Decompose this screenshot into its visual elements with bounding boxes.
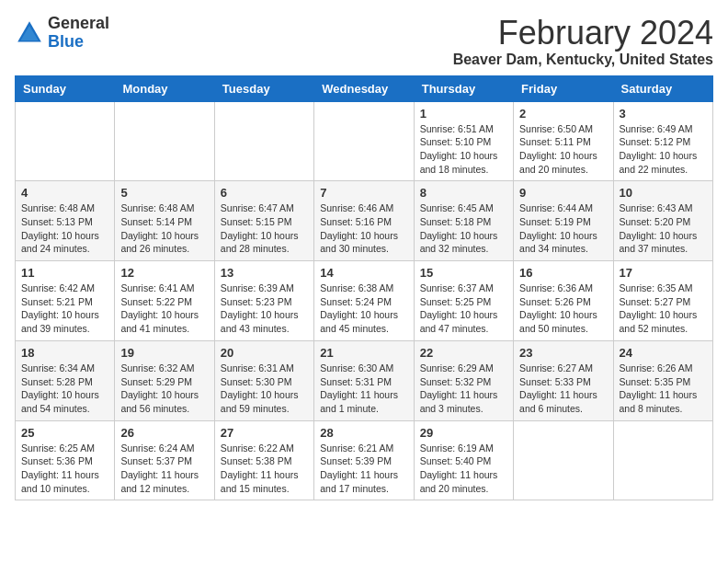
day-info: Sunrise: 6:42 AM Sunset: 5:21 PM Dayligh… <box>21 282 108 336</box>
day-info: Sunrise: 6:25 AM Sunset: 5:36 PM Dayligh… <box>21 442 108 496</box>
day-info: Sunrise: 6:51 AM Sunset: 5:10 PM Dayligh… <box>420 122 507 177</box>
day-number: 27 <box>221 426 308 440</box>
calendar-cell: 26Sunrise: 6:24 AM Sunset: 5:37 PM Dayli… <box>115 420 214 500</box>
calendar-cell <box>613 420 712 500</box>
logo-icon <box>15 18 44 48</box>
day-number: 16 <box>519 266 607 280</box>
calendar-cell <box>16 101 115 181</box>
day-number: 14 <box>320 266 407 280</box>
day-number: 21 <box>320 346 407 360</box>
calendar-cell: 29Sunrise: 6:19 AM Sunset: 5:40 PM Dayli… <box>414 420 513 500</box>
day-number: 5 <box>120 186 208 200</box>
day-info: Sunrise: 6:41 AM Sunset: 5:22 PM Dayligh… <box>120 282 208 336</box>
day-info: Sunrise: 6:24 AM Sunset: 5:37 PM Dayligh… <box>120 442 208 496</box>
day-info: Sunrise: 6:34 AM Sunset: 5:28 PM Dayligh… <box>21 362 108 416</box>
calendar-cell <box>214 101 313 181</box>
weekday-header-monday: Monday <box>115 75 214 101</box>
weekday-header-friday: Friday <box>514 75 613 101</box>
day-number: 13 <box>221 266 308 280</box>
day-info: Sunrise: 6:49 AM Sunset: 5:12 PM Dayligh… <box>620 122 707 177</box>
day-number: 23 <box>519 346 607 360</box>
day-number: 17 <box>620 266 707 280</box>
day-info: Sunrise: 6:19 AM Sunset: 5:40 PM Dayligh… <box>420 442 507 496</box>
day-number: 19 <box>120 346 208 360</box>
weekday-header-wednesday: Wednesday <box>314 75 414 101</box>
day-number: 9 <box>519 186 607 200</box>
day-info: Sunrise: 6:27 AM Sunset: 5:33 PM Dayligh… <box>519 362 607 416</box>
calendar-cell: 11Sunrise: 6:42 AM Sunset: 5:21 PM Dayli… <box>16 261 115 341</box>
day-number: 12 <box>120 266 208 280</box>
weekday-header-tuesday: Tuesday <box>214 75 313 101</box>
calendar-cell: 15Sunrise: 6:37 AM Sunset: 5:25 PM Dayli… <box>414 261 513 341</box>
calendar-week-row: 4Sunrise: 6:48 AM Sunset: 5:13 PM Daylig… <box>16 181 713 261</box>
calendar-cell: 4Sunrise: 6:48 AM Sunset: 5:13 PM Daylig… <box>16 181 115 261</box>
calendar-cell: 3Sunrise: 6:49 AM Sunset: 5:12 PM Daylig… <box>613 101 712 181</box>
day-number: 18 <box>21 346 108 360</box>
calendar-cell: 27Sunrise: 6:22 AM Sunset: 5:38 PM Dayli… <box>214 420 313 500</box>
day-info: Sunrise: 6:45 AM Sunset: 5:18 PM Dayligh… <box>420 201 507 256</box>
day-number: 3 <box>620 107 707 121</box>
calendar-cell: 7Sunrise: 6:46 AM Sunset: 5:16 PM Daylig… <box>314 181 414 261</box>
day-number: 24 <box>620 346 707 360</box>
calendar-cell: 20Sunrise: 6:31 AM Sunset: 5:30 PM Dayli… <box>214 340 313 420</box>
calendar-cell: 9Sunrise: 6:44 AM Sunset: 5:19 PM Daylig… <box>514 181 613 261</box>
day-number: 20 <box>221 346 308 360</box>
calendar-cell: 2Sunrise: 6:50 AM Sunset: 5:11 PM Daylig… <box>514 101 613 181</box>
day-info: Sunrise: 6:26 AM Sunset: 5:35 PM Dayligh… <box>620 362 707 416</box>
day-info: Sunrise: 6:46 AM Sunset: 5:16 PM Dayligh… <box>320 201 407 256</box>
day-info: Sunrise: 6:39 AM Sunset: 5:23 PM Dayligh… <box>221 282 308 336</box>
calendar-week-row: 18Sunrise: 6:34 AM Sunset: 5:28 PM Dayli… <box>16 340 713 420</box>
weekday-header-saturday: Saturday <box>613 75 712 101</box>
header: General Blue February 2024 Beaver Dam, K… <box>15 15 713 68</box>
day-number: 11 <box>21 266 108 280</box>
calendar-cell: 5Sunrise: 6:48 AM Sunset: 5:14 PM Daylig… <box>115 181 214 261</box>
calendar-cell <box>115 101 214 181</box>
calendar-cell: 6Sunrise: 6:47 AM Sunset: 5:15 PM Daylig… <box>214 181 313 261</box>
day-info: Sunrise: 6:47 AM Sunset: 5:15 PM Dayligh… <box>221 201 308 256</box>
calendar-cell: 8Sunrise: 6:45 AM Sunset: 5:18 PM Daylig… <box>414 181 513 261</box>
day-info: Sunrise: 6:22 AM Sunset: 5:38 PM Dayligh… <box>221 442 308 496</box>
calendar-cell <box>514 420 613 500</box>
calendar-cell: 23Sunrise: 6:27 AM Sunset: 5:33 PM Dayli… <box>514 340 613 420</box>
day-info: Sunrise: 6:30 AM Sunset: 5:31 PM Dayligh… <box>320 362 407 416</box>
calendar-cell: 25Sunrise: 6:25 AM Sunset: 5:36 PM Dayli… <box>16 420 115 500</box>
calendar-cell: 17Sunrise: 6:35 AM Sunset: 5:27 PM Dayli… <box>613 261 712 341</box>
day-number: 8 <box>420 186 507 200</box>
day-info: Sunrise: 6:48 AM Sunset: 5:14 PM Dayligh… <box>120 201 208 256</box>
weekday-header-row: SundayMondayTuesdayWednesdayThursdayFrid… <box>16 75 713 101</box>
day-info: Sunrise: 6:36 AM Sunset: 5:26 PM Dayligh… <box>519 282 607 336</box>
day-info: Sunrise: 6:44 AM Sunset: 5:19 PM Dayligh… <box>519 201 607 256</box>
calendar-cell: 14Sunrise: 6:38 AM Sunset: 5:24 PM Dayli… <box>314 261 414 341</box>
logo: General Blue <box>15 15 109 52</box>
day-number: 15 <box>420 266 507 280</box>
calendar-cell: 1Sunrise: 6:51 AM Sunset: 5:10 PM Daylig… <box>414 101 513 181</box>
day-info: Sunrise: 6:48 AM Sunset: 5:13 PM Dayligh… <box>21 201 108 256</box>
day-number: 1 <box>420 107 507 121</box>
day-number: 22 <box>420 346 507 360</box>
calendar-cell <box>314 101 414 181</box>
day-number: 7 <box>320 186 407 200</box>
calendar-cell: 13Sunrise: 6:39 AM Sunset: 5:23 PM Dayli… <box>214 261 313 341</box>
day-info: Sunrise: 6:38 AM Sunset: 5:24 PM Dayligh… <box>320 282 407 336</box>
title-section: February 2024 Beaver Dam, Kentucky, Unit… <box>453 15 713 68</box>
day-info: Sunrise: 6:50 AM Sunset: 5:11 PM Dayligh… <box>519 122 607 177</box>
day-number: 6 <box>221 186 308 200</box>
day-number: 2 <box>519 107 607 121</box>
calendar-cell: 19Sunrise: 6:32 AM Sunset: 5:29 PM Dayli… <box>115 340 214 420</box>
day-info: Sunrise: 6:43 AM Sunset: 5:20 PM Dayligh… <box>620 201 707 256</box>
location-title: Beaver Dam, Kentucky, United States <box>453 52 713 68</box>
calendar-week-row: 1Sunrise: 6:51 AM Sunset: 5:10 PM Daylig… <box>16 101 713 181</box>
logo-text: General Blue <box>48 15 109 52</box>
day-number: 4 <box>21 186 108 200</box>
day-number: 10 <box>620 186 707 200</box>
logo-general-text: General <box>48 14 109 32</box>
day-info: Sunrise: 6:21 AM Sunset: 5:39 PM Dayligh… <box>320 442 407 496</box>
calendar-cell: 18Sunrise: 6:34 AM Sunset: 5:28 PM Dayli… <box>16 340 115 420</box>
calendar-cell: 12Sunrise: 6:41 AM Sunset: 5:22 PM Dayli… <box>115 261 214 341</box>
calendar-cell: 16Sunrise: 6:36 AM Sunset: 5:26 PM Dayli… <box>514 261 613 341</box>
calendar-cell: 28Sunrise: 6:21 AM Sunset: 5:39 PM Dayli… <box>314 420 414 500</box>
day-number: 25 <box>21 426 108 440</box>
calendar-cell: 21Sunrise: 6:30 AM Sunset: 5:31 PM Dayli… <box>314 340 414 420</box>
day-info: Sunrise: 6:29 AM Sunset: 5:32 PM Dayligh… <box>420 362 507 416</box>
calendar-cell: 24Sunrise: 6:26 AM Sunset: 5:35 PM Dayli… <box>613 340 712 420</box>
